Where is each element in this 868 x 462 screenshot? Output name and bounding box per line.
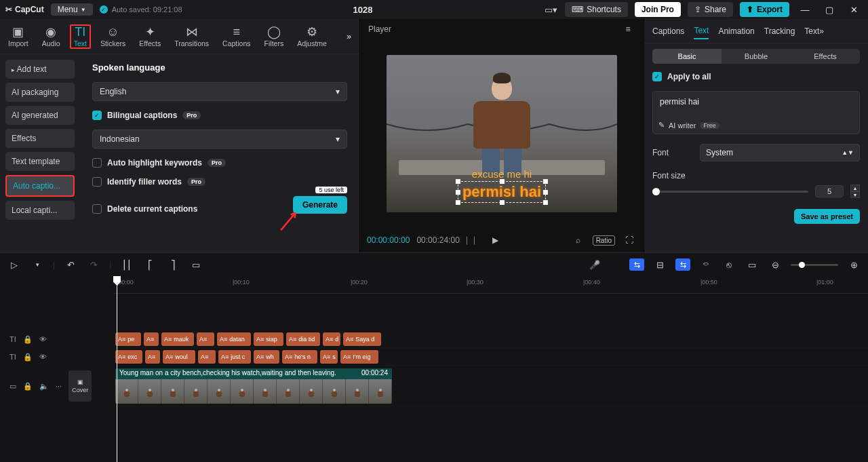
pointer-tool-icon[interactable]: ▷ [7,257,22,272]
sidebar-add-text[interactable]: Add text [5,60,75,79]
playhead[interactable] [117,276,117,462]
spoken-language-select[interactable]: English▾ [92,82,347,101]
magnet-icon[interactable]: ⌔ [698,257,713,272]
rtab-animation[interactable]: Animation [718,24,754,39]
bilingual-checkbox[interactable]: ✓ [92,111,102,120]
subtab-effects[interactable]: Effects [791,49,860,64]
tab-captions[interactable]: ≡Captions [218,24,254,49]
fontsize-slider[interactable] [652,191,808,193]
sidebar-local-captions[interactable]: Local capti... [5,201,75,220]
tab-adjust[interactable]: ⚙Adjustme [293,24,331,49]
caption-clip[interactable]: siap [254,332,283,346]
toggle-1[interactable]: ⇆ [629,258,644,271]
minimize-button[interactable]: — [796,3,814,16]
tab-stickers[interactable]: ☺Stickers [96,24,130,49]
join-pro-button[interactable]: Join Pro [635,2,681,17]
cover-button[interactable]: ▣Cover [68,370,92,402]
link-icon[interactable]: ⎋ [722,257,736,272]
eye-icon[interactable]: 👁 [39,353,47,361]
sidebar-ai-packaging[interactable]: AI packaging [5,83,75,102]
caption-text-input[interactable]: permisi hai ✎ AI writer Free [652,91,860,134]
video-clip[interactable]: Young man on a city bench,checking his w… [115,368,392,404]
play-icon[interactable]: ▶ [488,233,503,248]
lock-icon[interactable]: 🔒 [23,353,33,362]
mic-icon[interactable]: 🎤 [587,257,602,272]
sidebar-text-template[interactable]: Text template [5,152,75,171]
generate-button[interactable]: Generate [293,196,347,214]
ratio-button[interactable]: Ratio [593,235,615,246]
align-icon[interactable]: ⊟ [652,257,667,272]
caption-clip[interactable]: exc [115,350,142,364]
tab-filters[interactable]: ◯Filters [260,24,288,49]
trim-right-icon[interactable]: ⎤ [165,257,180,272]
text-track-head-2[interactable]: TI🔒👁 [0,348,114,366]
zoom-slider-thumb[interactable] [799,262,805,268]
layout-icon[interactable]: ▭▾ [543,2,558,17]
rtab-textto[interactable]: Text» [804,24,824,39]
caption-clip[interactable]: s [320,350,338,364]
zoom-in-icon[interactable]: ⊕ [846,257,861,272]
video-track[interactable]: Young man on a city bench,checking his w… [114,366,868,406]
redo-icon[interactable]: ↷ [86,257,101,272]
sidebar-effects[interactable]: Effects [5,129,75,148]
video-track-head[interactable]: ▭🔒🔈··· ▣Cover [0,366,114,406]
caption-clip[interactable] [198,350,216,364]
menu-button[interactable]: Menu ▼ [51,3,93,16]
rtab-text[interactable]: Text [694,23,709,39]
share-button[interactable]: ⇪ Share [688,2,733,17]
text-track-head-1[interactable]: TI🔒👁 [0,330,114,348]
trim-left-icon[interactable]: ⎡ [142,257,157,272]
tab-effects[interactable]: ✦Effects [135,24,165,49]
player-menu-icon[interactable]: ≡ [620,22,635,37]
sidebar-ai-generated[interactable]: AI generated [5,106,75,125]
rtab-tracking[interactable]: Tracking [764,24,795,39]
fontsize-up[interactable]: ▲ [850,185,860,191]
tool-dropdown-icon[interactable]: ▾ [30,257,45,272]
caption-track-2[interactable]: excwouljust cwhhe's nsI'm eig [114,348,868,366]
tab-text[interactable]: TIText [70,24,91,49]
close-button[interactable]: ✕ [845,3,863,16]
rtab-captions[interactable]: Captions [652,24,684,39]
tab-import[interactable]: ▣Import [4,24,33,49]
fontsize-down[interactable]: ▼ [850,191,860,198]
preview-icon[interactable]: ▭ [745,257,760,272]
toggle-2[interactable]: ⇆ [675,258,690,271]
caption-clip[interactable] [144,332,159,346]
save-preset-button[interactable]: Save as preset [794,209,860,224]
lock-icon[interactable]: 🔒 [23,335,33,344]
slider-thumb[interactable] [652,188,660,195]
bilingual-language-select[interactable]: Indonesian▾ [92,130,347,149]
sidebar-auto-captions[interactable]: Auto captio... [5,175,75,197]
delete-icon[interactable]: ▭ [189,257,203,272]
caption-clip[interactable] [197,332,214,346]
scan-icon[interactable]: ⌕ [571,233,586,248]
caption-clip[interactable]: mauk [161,332,194,346]
mute-icon[interactable]: 🔈 [39,382,49,391]
time-ruler[interactable]: |00:00|00:10|00:20|00:30|00:40|00:50|01:… [114,276,868,294]
delete-captions-checkbox[interactable] [92,204,102,214]
video-preview[interactable]: excuse me hi permisi hai [387,55,617,212]
tab-transitions[interactable]: ⋈Transitions [170,24,213,49]
ai-writer-button[interactable]: ✎ AI writer Free [658,121,719,130]
apply-all-checkbox[interactable]: ✓ [652,72,662,81]
maximize-button[interactable]: ▢ [821,3,838,16]
lock-icon[interactable]: 🔒 [23,382,33,391]
zoom-out-icon[interactable]: ⊖ [768,257,783,272]
subtab-bubble[interactable]: Bubble [722,49,791,64]
fontsize-input[interactable]: 5 [815,185,844,197]
tab-audio[interactable]: ◉Audio [38,24,64,49]
caption-clip[interactable]: d [323,332,340,346]
prev-frame-icon[interactable]: ⎸⎸ [467,233,481,248]
caption-clip[interactable]: I'm eig [340,350,378,364]
highlight-checkbox[interactable] [92,158,102,168]
caption-clip[interactable] [145,350,160,364]
caption-clip[interactable]: pe [115,332,141,346]
caption-clip[interactable]: wh [254,350,279,364]
export-button[interactable]: ⬆ Export [740,2,789,17]
caption-clip[interactable]: woul [163,350,195,364]
subtab-basic[interactable]: Basic [652,49,722,64]
split-icon[interactable]: ⎮⎮ [119,257,134,272]
eye-icon[interactable]: 👁 [39,335,47,343]
undo-icon[interactable]: ↶ [63,257,78,272]
filler-checkbox[interactable] [92,177,102,187]
